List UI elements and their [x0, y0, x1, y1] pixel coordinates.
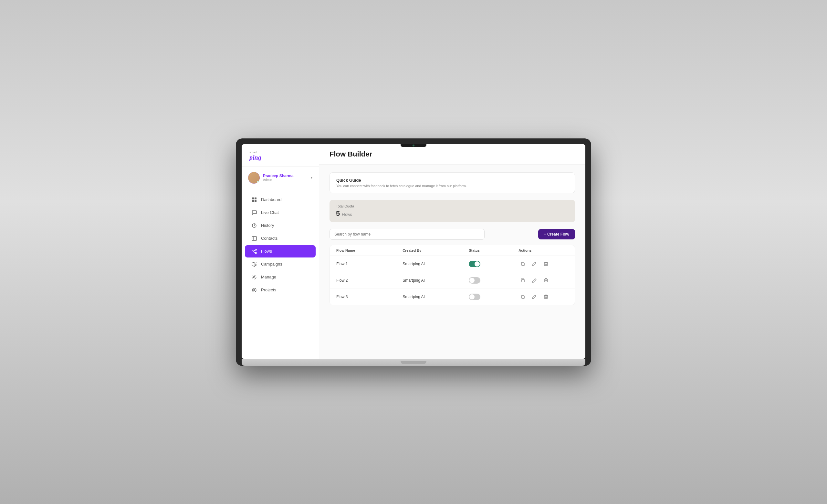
user-role: Admin: [263, 178, 307, 182]
svg-point-9: [252, 251, 253, 252]
sidebar-item-label-manage: Manage: [261, 275, 276, 279]
avatar: [248, 172, 260, 184]
sidebar-item-label-contacts: Contacts: [261, 236, 278, 241]
quota-box: Total Quota 5 Flows: [330, 200, 575, 222]
table-row: Flow 3 Smartping AI: [330, 289, 575, 305]
svg-rect-5: [252, 236, 256, 240]
laptop-notch: [401, 361, 426, 364]
sidebar-item-manage[interactable]: Manage: [245, 271, 315, 283]
flow-status-1: [469, 261, 519, 267]
svg-rect-29: [522, 296, 524, 298]
navigation: Dashboard Live Chat: [242, 189, 319, 359]
edit-button-3[interactable]: [530, 293, 538, 301]
delete-button-1[interactable]: [542, 260, 550, 268]
delete-button-2[interactable]: [542, 276, 550, 285]
sidebar-item-history[interactable]: History: [245, 219, 315, 232]
copy-button-3[interactable]: [519, 293, 527, 301]
grid-icon: [251, 197, 257, 203]
actions-group-3: [519, 293, 568, 301]
chevron-down-icon[interactable]: ▾: [311, 176, 312, 179]
svg-rect-2: [252, 200, 254, 202]
sidebar-item-label-dashboard: Dashboard: [261, 197, 282, 202]
search-input[interactable]: [330, 229, 485, 240]
quick-guide-title: Quick Guide: [336, 178, 568, 183]
flow-creator-1: Smartping AI: [402, 262, 469, 266]
svg-point-20: [254, 289, 255, 291]
sidebar-item-campaigns[interactable]: Campaigns: [245, 258, 315, 270]
user-name: Pradeep Sharma: [263, 174, 307, 178]
laptop-base: [242, 359, 585, 366]
flow-name-1: Flow 1: [336, 262, 402, 266]
column-header-flowname: Flow Name: [336, 248, 402, 252]
sidebar-item-livechat[interactable]: Live Chat: [245, 207, 315, 219]
quick-guide-desc: You can connect with facebook to fetch c…: [336, 184, 568, 188]
logo-ping: ping: [249, 154, 261, 161]
column-header-status: Status: [469, 248, 519, 252]
flow-actions-3: [519, 293, 568, 301]
sidebar-item-dashboard[interactable]: Dashboard: [245, 193, 315, 206]
flows-table: Flow Name Created By Status Actions Flow…: [330, 245, 575, 305]
svg-point-19: [252, 288, 256, 292]
online-indicator: [257, 181, 259, 183]
edit-button-1[interactable]: [530, 260, 538, 268]
page-header: Flow Builder: [319, 144, 585, 165]
svg-rect-3: [254, 200, 256, 202]
table-header: Flow Name Created By Status Actions: [330, 245, 575, 256]
copy-button-1[interactable]: [519, 260, 527, 268]
quota-number: 5: [336, 209, 340, 218]
delete-button-3[interactable]: [542, 293, 550, 301]
toggle-flow-1[interactable]: [469, 261, 480, 267]
column-header-createdby: Created By: [402, 248, 469, 252]
svg-line-13: [253, 252, 255, 253]
svg-rect-1: [254, 198, 256, 200]
table-row: Flow 2 Smartping AI: [330, 272, 575, 289]
flow-actions-2: [519, 276, 568, 285]
create-flow-button[interactable]: + Create Flow: [538, 229, 575, 239]
sidebar-item-label-flows: Flows: [261, 249, 272, 254]
actions-group-1: [519, 260, 568, 268]
flow-creator-2: Smartping AI: [402, 278, 469, 283]
sidebar-item-label-livechat: Live Chat: [261, 210, 279, 215]
actions-group-2: [519, 276, 568, 285]
sidebar-item-label-history: History: [261, 223, 274, 228]
flow-status-3: [469, 294, 519, 300]
table-row: Flow 1 Smartping AI: [330, 256, 575, 272]
svg-marker-14: [252, 262, 255, 267]
camera-dot: [412, 145, 415, 147]
sidebar-item-projects[interactable]: Projects: [245, 284, 315, 296]
flow-status-2: [469, 277, 519, 284]
contacts-icon: [251, 235, 257, 241]
projects-icon: [251, 287, 257, 293]
camera-bar: [401, 144, 426, 147]
quota-label: Total Quota: [336, 204, 569, 208]
main-content: Flow Builder Quick Guide You can connect…: [319, 144, 585, 359]
content-area: Quick Guide You can connect with faceboo…: [319, 165, 585, 359]
svg-line-12: [253, 250, 255, 251]
svg-point-18: [254, 276, 255, 278]
user-info: Pradeep Sharma Admin: [263, 174, 307, 182]
svg-point-11: [255, 252, 256, 254]
sidebar-item-contacts[interactable]: Contacts: [245, 232, 315, 244]
svg-rect-0: [252, 198, 254, 200]
flows-icon: [251, 248, 257, 254]
sidebar: smart ping Pradeep Sharma Admin ▾: [242, 144, 319, 359]
flow-name-3: Flow 3: [336, 295, 402, 299]
toggle-flow-2[interactable]: [469, 277, 480, 284]
flow-name-2: Flow 2: [336, 278, 402, 283]
svg-rect-25: [522, 279, 524, 282]
toolbar: + Create Flow: [330, 229, 575, 240]
column-header-actions: Actions: [519, 248, 568, 252]
user-section[interactable]: Pradeep Sharma Admin ▾: [242, 167, 319, 189]
copy-button-2[interactable]: [519, 276, 527, 285]
logo-section: smart ping: [242, 144, 319, 167]
chat-icon: [251, 210, 257, 216]
svg-rect-26: [544, 279, 547, 282]
svg-rect-22: [544, 263, 547, 266]
sidebar-item-flows[interactable]: Flows: [245, 245, 315, 258]
gear-icon: [251, 274, 257, 280]
flow-creator-3: Smartping AI: [402, 295, 469, 299]
quota-unit: Flows: [342, 212, 352, 217]
toggle-flow-3[interactable]: [469, 294, 480, 300]
history-icon: [251, 223, 257, 228]
edit-button-2[interactable]: [530, 276, 538, 285]
